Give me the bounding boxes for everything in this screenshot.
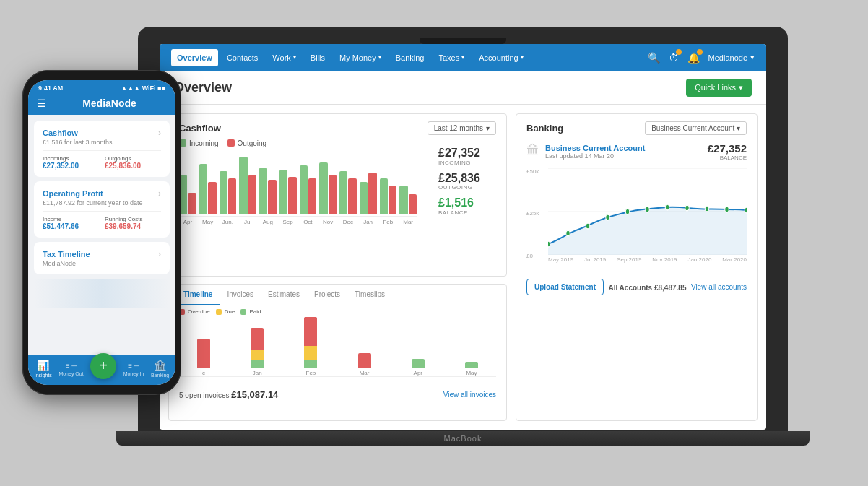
legend-paid: Paid [240,308,261,315]
tab-invoices[interactable]: Invoices [220,285,261,305]
cashflow-chevron-icon: › [158,128,161,138]
phone-nav-banking[interactable]: 🏦 Banking [151,360,169,378]
upload-statement-button[interactable]: Upload Statement [526,279,604,295]
phone-nav-insights[interactable]: 📊 Insights [35,360,52,378]
nav-overview[interactable]: Overview [171,49,218,66]
balance-label: BALANCE [438,209,506,216]
phone-time: 9:41 AM [38,84,63,92]
bar-label-4: Aug [259,219,277,225]
phone-profit-stats: Income £51,447.66 Running Costs £39,659.… [43,211,161,230]
phone-app-title: MediaNode [52,97,167,109]
banking-card: Banking Business Current Account ▾ 🏛 Bus… [516,113,758,421]
nav-taxes[interactable]: Taxes ▾ [433,49,471,66]
nav-bar: Overview Contacts Work ▾ Bills My Money … [160,44,766,71]
all-accounts-info: All Accounts £8,487.85 [608,280,686,293]
phone-fab-button[interactable]: + [90,353,116,379]
chart-dot [745,207,747,213]
page-header: Overview Quick Links ▾ [160,71,766,105]
outgoing-bar [228,178,236,214]
incoming-bar [220,171,227,214]
account-select[interactable]: Business Current Account ▾ [645,121,747,135]
accounting-chevron-icon: ▾ [521,54,524,61]
bar-label-2: Jun. [220,219,237,225]
phone-tax-card[interactable]: Tax Timeline › MediaNode [34,242,170,274]
bar-label-10: Feb [380,219,397,225]
phone-nav-money-in[interactable]: ≡ ─ Money In [123,362,144,376]
bank-building-icon: 🏛 [526,144,539,159]
bar-group-7 [319,162,337,214]
money-out-icon: ≡ ─ [66,362,77,370]
user-menu[interactable]: Medianode ▾ [708,53,755,62]
tab-timeslips[interactable]: Timeslips [347,285,392,305]
chart-dot [606,214,610,220]
phone-cashflow-card[interactable]: Cashflow › £1,516 for last 3 months Inco… [34,121,170,177]
bar-group-9 [360,173,377,214]
outgoing-bar [188,193,196,214]
chart-area-fill [548,207,747,254]
outgoing-label: OUTGOING [438,184,506,191]
chart-dot [646,207,650,212]
legend-overdue: Overdue [179,308,210,315]
phone-nav-money-out[interactable]: ≡ ─ Money Out [58,362,83,376]
nav-accounting[interactable]: Accounting ▾ [473,49,529,66]
cashflow-chart: Incoming Outgoing [169,139,427,230]
phone-profit-subtitle: £11,787.92 for current year to date [43,199,161,207]
cashflow-stats: £27,352 INCOMING £25,836 OUTGOING £1,516… [427,139,506,230]
hamburger-icon[interactable]: ☰ [37,97,46,109]
phone-mini-chart [34,279,170,308]
nav-work[interactable]: Work ▾ [266,49,301,66]
taxes-chevron-icon: ▾ [461,54,464,61]
bar-label-1: May [199,219,217,225]
view-all-accounts-link[interactable]: View all accounts [691,283,747,291]
outgoing-bar [288,177,296,214]
quick-links-button[interactable]: Quick Links ▾ [686,79,752,97]
phone-content: Cashflow › £1,516 for last 3 months Inco… [28,115,175,355]
incoming-bar [239,157,247,214]
bank-account-name: Business Current Account [545,144,645,152]
quick-links-chevron-icon: ▾ [739,83,743,92]
phone-screen: 9:41 AM ▲▲▲ WiFi ■■ ☰ MediaNode Cashflow… [28,80,175,385]
phone-cashflow-stats: Incomings £27,352.00 Outgoings £25,836.0… [43,150,161,170]
work-chevron-icon: ▾ [293,54,296,61]
profit-chevron-icon: › [158,188,161,199]
tab-timeline[interactable]: Timeline [176,285,220,305]
outgoing-bar [248,175,256,214]
bar-labels: AprMayJun.JulAugSepOctNovDecJanFebMar [179,217,417,225]
nav-my-money[interactable]: My Money ▾ [334,49,387,66]
period-select[interactable]: Last 12 months ▾ [428,121,496,135]
invoice-summary: 5 open invoices £15,087.14 View all invo… [169,383,506,407]
main-content: Cashflow Last 12 months ▾ [160,105,766,430]
timer-button[interactable]: ⏱ [669,52,679,64]
laptop-body: Overview Contacts Work ▾ Bills My Money … [138,27,788,431]
bank-balance: £27,352 BALANCE [708,142,747,161]
bar-group-3 [239,157,256,214]
search-button[interactable]: 🔍 [648,52,660,64]
phone-profit-card[interactable]: Operating Profit › £11,787.92 for curren… [34,181,170,238]
view-all-invoices-link[interactable]: View all invoices [443,391,496,399]
nav-bills[interactable]: Bills [305,49,331,66]
tab-projects[interactable]: Projects [307,285,347,305]
bar-label-6: Oct [300,219,317,225]
nav-contacts[interactable]: Contacts [221,49,264,66]
bar-chart: AprMayJun.JulAugSepOctNovDecJanFebMar [169,150,427,230]
line-chart-area [548,168,747,255]
tab-estimates[interactable]: Estimates [261,285,307,305]
nav-banking[interactable]: Banking [390,49,430,66]
laptop-brand: MacBook [444,434,482,443]
bar-label-3: Jul [239,219,256,225]
bank-details: Business Current Account Last updated 14… [545,144,645,160]
bar-group-10 [380,178,397,214]
incoming-bar [319,162,327,214]
chart-dot [725,207,729,212]
bar-group-11 [399,186,417,214]
bar-label-7: Nov [319,219,337,225]
phone-profit-title: Operating Profit › [43,188,161,199]
invoices-card: Timeline Invoices Estimates Projects Tim… [168,284,507,420]
bank-balance-label: BALANCE [708,155,747,161]
notifications-button[interactable]: 🔔 [687,52,700,64]
chart-dot [665,204,669,210]
outgoing-bar [409,194,417,214]
bar-group-0 [179,175,196,214]
phone-cashflow-title: Cashflow › [43,128,161,138]
bar-group-6 [300,165,317,214]
